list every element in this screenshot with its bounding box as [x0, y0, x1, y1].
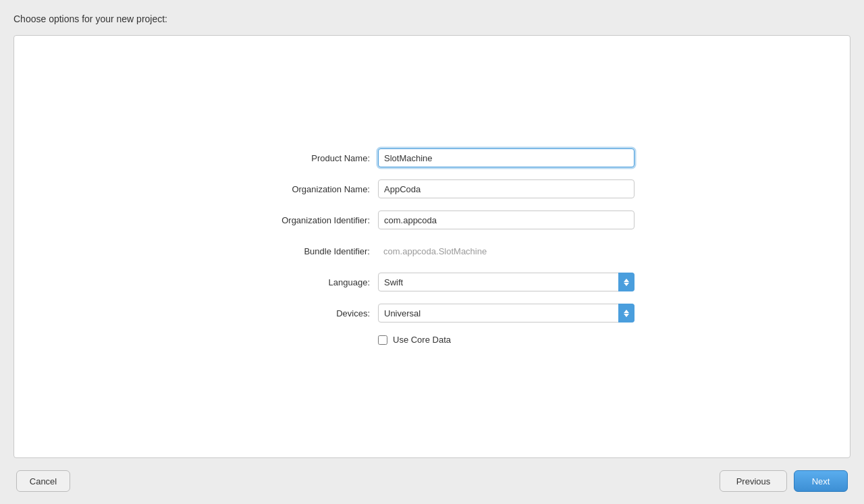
footer-right-buttons: Previous Next — [720, 470, 848, 492]
devices-row: Devices: Universal iPhone iPad — [230, 304, 634, 323]
language-label: Language: — [230, 277, 378, 287]
organization-identifier-row: Organization Identifier: — [230, 211, 634, 229]
organization-name-label: Organization Name: — [230, 184, 378, 194]
product-name-row: Product Name: — [230, 148, 634, 167]
use-core-data-checkbox[interactable] — [378, 335, 387, 345]
content-panel: Product Name: Organization Name: Organiz… — [14, 35, 850, 458]
language-select[interactable]: Swift Objective-C — [378, 273, 634, 291]
bundle-identifier-row: Bundle Identifier: com.appcoda.SlotMachi… — [230, 242, 634, 260]
use-core-data-label-text: Use Core Data — [393, 335, 451, 345]
organization-identifier-input[interactable] — [378, 211, 634, 229]
footer: Cancel Previous Next — [14, 458, 850, 504]
bundle-identifier-label: Bundle Identifier: — [230, 246, 378, 256]
organization-name-input[interactable] — [378, 179, 634, 198]
product-name-label: Product Name: — [230, 153, 378, 163]
language-row: Language: Swift Objective-C — [230, 273, 634, 291]
form-container: Product Name: Organization Name: Organiz… — [230, 148, 634, 345]
devices-select[interactable]: Universal iPhone iPad — [378, 304, 634, 323]
bundle-identifier-value: com.appcoda.SlotMachine — [378, 242, 634, 260]
devices-select-wrapper: Universal iPhone iPad — [378, 304, 634, 323]
previous-button[interactable]: Previous — [720, 470, 787, 492]
use-core-data-label-wrapper[interactable]: Use Core Data — [378, 335, 451, 345]
organization-name-row: Organization Name: — [230, 179, 634, 198]
organization-identifier-label: Organization Identifier: — [230, 215, 378, 225]
devices-label: Devices: — [230, 308, 378, 318]
cancel-button[interactable]: Cancel — [16, 470, 70, 492]
page-title: Choose options for your new project: — [14, 13, 850, 24]
language-select-wrapper: Swift Objective-C — [378, 273, 634, 291]
next-button[interactable]: Next — [794, 470, 848, 492]
product-name-input[interactable] — [378, 148, 634, 167]
use-core-data-row: Use Core Data — [230, 335, 634, 345]
